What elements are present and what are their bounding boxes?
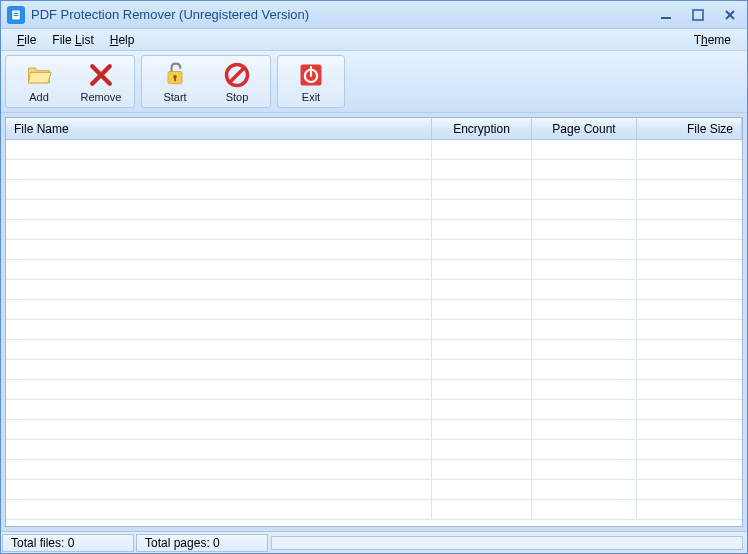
cell-encryption [432, 220, 532, 239]
start-button[interactable]: Start [144, 58, 206, 105]
cell-encryption [432, 460, 532, 479]
column-header-filesize[interactable]: File Size [637, 118, 742, 139]
close-button[interactable] [719, 7, 741, 23]
exit-label: Exit [302, 91, 320, 103]
table-row[interactable] [6, 340, 742, 360]
cell-encryption [432, 500, 532, 519]
cell-filesize [637, 180, 742, 199]
cell-encryption [432, 260, 532, 279]
table-row[interactable] [6, 380, 742, 400]
menu-file-list[interactable]: File List [44, 31, 101, 49]
cell-filesize [637, 340, 742, 359]
cell-filename [6, 240, 432, 259]
toolbar: Add Remove [1, 51, 747, 113]
cell-pagecount [532, 180, 637, 199]
cell-filesize [637, 140, 742, 159]
cell-encryption [432, 180, 532, 199]
cell-filename [6, 280, 432, 299]
cell-encryption [432, 160, 532, 179]
toolbar-group-exit: Exit [277, 55, 345, 108]
window-controls [655, 7, 741, 23]
cell-filesize [637, 320, 742, 339]
table-row[interactable] [6, 320, 742, 340]
cell-filename [6, 140, 432, 159]
menubar: File File List Help Theme [1, 29, 747, 51]
cell-encryption [432, 440, 532, 459]
stop-label: Stop [226, 91, 249, 103]
table-row[interactable] [6, 400, 742, 420]
cell-filename [6, 400, 432, 419]
table-row[interactable] [6, 280, 742, 300]
minimize-button[interactable] [655, 7, 677, 23]
cell-filename [6, 440, 432, 459]
cell-filename [6, 160, 432, 179]
cell-filesize [637, 360, 742, 379]
file-grid: File Name Encryption Page Count File Siz… [5, 117, 743, 527]
table-row[interactable] [6, 480, 742, 500]
menu-help[interactable]: Help [102, 31, 143, 49]
cell-pagecount [532, 320, 637, 339]
toolbar-group-process: Start Stop [141, 55, 271, 108]
window-title: PDF Protection Remover (Unregistered Ver… [31, 7, 655, 22]
remove-label: Remove [81, 91, 122, 103]
table-row[interactable] [6, 180, 742, 200]
delete-x-icon [87, 61, 115, 89]
grid-body[interactable] [6, 140, 742, 526]
cell-filesize [637, 200, 742, 219]
exit-button[interactable]: Exit [280, 58, 342, 105]
stop-button[interactable]: Stop [206, 58, 268, 105]
svg-line-13 [230, 68, 244, 82]
cell-encryption [432, 380, 532, 399]
menu-theme[interactable]: Theme [686, 31, 739, 49]
app-icon [7, 6, 25, 24]
column-header-pagecount[interactable]: Page Count [532, 118, 637, 139]
svg-rect-1 [14, 12, 19, 13]
table-row[interactable] [6, 220, 742, 240]
power-icon [297, 61, 325, 89]
table-row[interactable] [6, 160, 742, 180]
total-files-label: Total files: [11, 536, 64, 550]
add-button[interactable]: Add [8, 58, 70, 105]
cell-encryption [432, 420, 532, 439]
remove-button[interactable]: Remove [70, 58, 132, 105]
total-pages-value: 0 [213, 536, 220, 550]
table-row[interactable] [6, 260, 742, 280]
cell-filename [6, 200, 432, 219]
cell-filename [6, 340, 432, 359]
table-row[interactable] [6, 500, 742, 520]
cell-filesize [637, 420, 742, 439]
cell-filename [6, 360, 432, 379]
svg-rect-3 [661, 17, 671, 19]
cell-filename [6, 480, 432, 499]
cell-pagecount [532, 380, 637, 399]
table-row[interactable] [6, 420, 742, 440]
cell-encryption [432, 240, 532, 259]
svg-rect-11 [174, 76, 176, 80]
titlebar[interactable]: PDF Protection Remover (Unregistered Ver… [1, 1, 747, 29]
cell-encryption [432, 320, 532, 339]
column-header-filename[interactable]: File Name [6, 118, 432, 139]
total-files-value: 0 [68, 536, 75, 550]
add-label: Add [29, 91, 49, 103]
cell-filesize [637, 220, 742, 239]
cell-pagecount [532, 260, 637, 279]
folder-open-icon [25, 61, 53, 89]
maximize-button[interactable] [687, 7, 709, 23]
cell-pagecount [532, 280, 637, 299]
table-row[interactable] [6, 440, 742, 460]
table-row[interactable] [6, 200, 742, 220]
table-row[interactable] [6, 140, 742, 160]
unlock-icon [161, 61, 189, 89]
table-row[interactable] [6, 300, 742, 320]
table-row[interactable] [6, 360, 742, 380]
menu-file[interactable]: File [9, 31, 44, 49]
table-row[interactable] [6, 240, 742, 260]
table-row[interactable] [6, 460, 742, 480]
cell-encryption [432, 400, 532, 419]
cell-encryption [432, 340, 532, 359]
app-window: PDF Protection Remover (Unregistered Ver… [0, 0, 748, 554]
column-header-encryption[interactable]: Encryption [432, 118, 532, 139]
cell-filesize [637, 380, 742, 399]
cell-pagecount [532, 420, 637, 439]
cell-encryption [432, 480, 532, 499]
